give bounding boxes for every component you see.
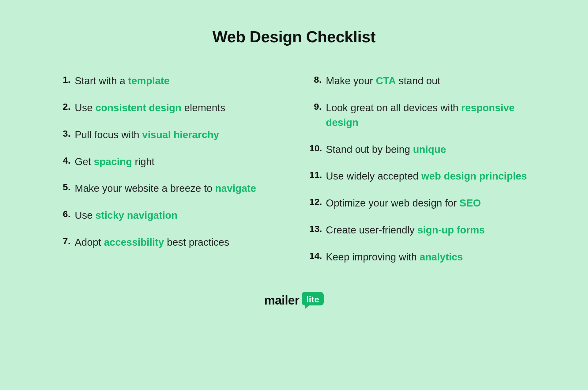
list-item-number: 12. [309,196,326,208]
list-item-number: 8. [309,74,326,86]
highlight-text: template [128,75,170,86]
list-item: 1.Start with a template [58,74,279,88]
list-item-text: Use consistent design elements [75,100,225,115]
checklist-right: 8.Make your CTA stand out9.Look great on… [309,74,530,264]
plain-text: Look great on all devices with [326,102,461,113]
highlight-text: consistent design [96,102,182,113]
logo-lite-text: lite [306,295,319,305]
list-item-number: 13. [309,223,326,235]
list-item-number: 6. [58,208,75,221]
list-item-number: 10. [309,142,326,155]
list-item-text: Look great on all devices with responsiv… [326,100,530,130]
plain-text: Use [75,102,96,113]
highlight-text: visual hierarchy [142,129,219,140]
list-item: 10.Stand out by being unique [309,142,530,157]
list-item: 7.Adopt accessibility best practices [58,235,279,250]
plain-text: Keep improving with [326,251,420,263]
list-item: 4.Get spacing right [58,154,279,169]
page-title: Web Design Checklist [58,28,530,46]
highlight-text: spacing [94,156,132,167]
plain-text: best practices [164,237,229,248]
list-item-text: Get spacing right [75,154,154,169]
list-item: 6.Use sticky navigation [58,208,279,223]
list-item: 13.Create user-friendly sign-up forms [309,223,530,237]
logo-mailer-text: mailer [264,293,300,307]
brand-logo: mailer lite [58,292,530,309]
plain-text: Use widely accepted [326,170,421,182]
list-item: 8.Make your CTA stand out [309,74,530,88]
list-item-number: 2. [58,100,75,113]
plain-text: Adopt [75,237,104,248]
checklist-columns: 1.Start with a template2.Use consistent … [58,74,530,277]
highlight-text: web design principles [421,170,527,182]
list-item-text: Use sticky navigation [75,208,178,223]
checklist-column-right: 8.Make your CTA stand out9.Look great on… [309,74,530,277]
highlight-text: CTA [376,75,396,86]
highlight-text: analytics [420,251,463,263]
list-item-text: Make your CTA stand out [326,74,440,88]
plain-text: Create user-friendly [326,224,417,236]
list-item-number: 4. [58,154,75,167]
plain-text: Make your [326,75,376,86]
list-item: 3.Pull focus with visual hierarchy [58,127,279,142]
logo-lite-badge: lite [302,292,324,309]
list-item-text: Pull focus with visual hierarchy [75,127,219,142]
list-item-text: Optimize your web design for SEO [326,196,481,210]
plain-text: Stand out by being [326,144,413,155]
plain-text: right [132,156,154,167]
plain-text: Use [75,210,96,221]
page: Web Design Checklist 1.Start with a temp… [0,0,588,390]
list-item-number: 5. [58,181,75,194]
list-item: 12.Optimize your web design for SEO [309,196,530,210]
plain-text: Optimize your web design for [326,197,460,209]
list-item: 9.Look great on all devices with respons… [309,100,530,130]
plain-text: stand out [396,75,440,86]
list-item: 14.Keep improving with analytics [309,250,530,264]
highlight-text: navigate [215,183,256,194]
list-item-number: 9. [309,100,326,113]
list-item-number: 7. [58,235,75,248]
highlight-text: accessibility [104,237,164,248]
plain-text: Make your website a breeze to [75,183,215,194]
list-item-text: Keep improving with analytics [326,250,463,264]
highlight-text: sign-up forms [417,224,485,236]
list-item-number: 14. [309,250,326,262]
plain-text: Start with a [75,75,128,86]
plain-text: elements [181,102,225,113]
list-item: 11.Use widely accepted web design princi… [309,169,530,184]
list-item: 5.Make your website a breeze to navigate [58,181,279,196]
highlight-text: SEO [460,197,481,209]
list-item-text: Start with a template [75,74,170,88]
highlight-text: sticky navigation [96,210,178,221]
list-item-text: Use widely accepted web design principle… [326,169,527,184]
list-item-text: Create user-friendly sign-up forms [326,223,485,237]
mailerlite-logo: mailer lite [264,292,324,309]
list-item-number: 11. [309,169,326,181]
checklist-left: 1.Start with a template2.Use consistent … [58,74,279,250]
plain-text: Pull focus with [75,129,142,140]
list-item-number: 3. [58,127,75,140]
list-item: 2.Use consistent design elements [58,100,279,115]
list-item-text: Stand out by being unique [326,142,446,157]
highlight-text: unique [413,144,446,155]
list-item-number: 1. [58,74,75,86]
checklist-column-left: 1.Start with a template2.Use consistent … [58,74,279,277]
plain-text: Get [75,156,94,167]
list-item-text: Make your website a breeze to navigate [75,181,256,196]
list-item-text: Adopt accessibility best practices [75,235,229,250]
